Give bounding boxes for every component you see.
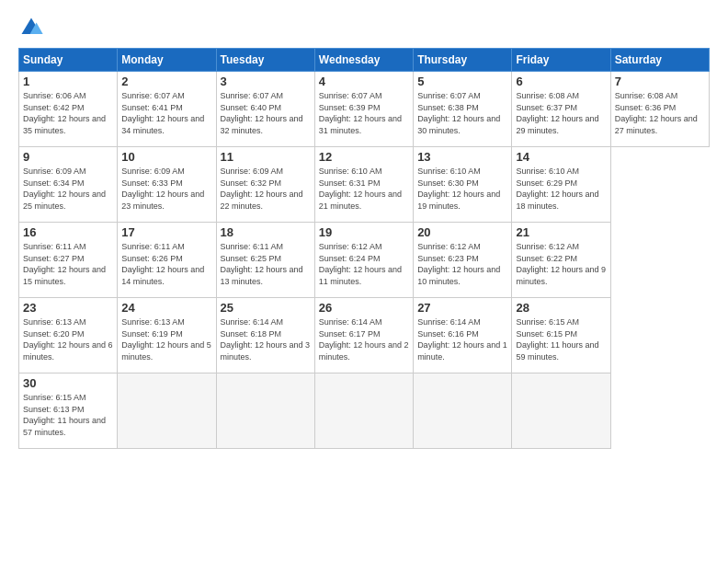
- calendar-cell: 2 Sunrise: 6:07 AMSunset: 6:41 PMDayligh…: [118, 72, 216, 147]
- day-info: Sunrise: 6:07 AMSunset: 6:41 PMDaylight:…: [121, 90, 211, 136]
- calendar-cell: [414, 373, 512, 449]
- day-info: Sunrise: 6:10 AMSunset: 6:29 PMDaylight:…: [516, 166, 606, 212]
- calendar-cell: [512, 373, 610, 449]
- calendar-cell: 30 Sunrise: 6:15 AMSunset: 6:13 PMDaylig…: [19, 373, 118, 449]
- calendar-cell: 7 Sunrise: 6:08 AMSunset: 6:36 PMDayligh…: [610, 72, 709, 147]
- calendar-cell: 26 Sunrise: 6:14 AMSunset: 6:17 PMDaylig…: [314, 298, 413, 373]
- calendar-cell: 18 Sunrise: 6:11 AMSunset: 6:25 PMDaylig…: [216, 223, 314, 298]
- day-number: 23: [23, 301, 113, 315]
- day-info: Sunrise: 6:15 AMSunset: 6:15 PMDaylight:…: [516, 316, 606, 362]
- day-number: 7: [615, 75, 705, 88]
- calendar-cell: 24 Sunrise: 6:13 AMSunset: 6:19 PMDaylig…: [118, 298, 216, 373]
- day-info: Sunrise: 6:07 AMSunset: 6:40 PMDaylight:…: [221, 90, 311, 136]
- calendar-cell: 13 Sunrise: 6:10 AMSunset: 6:30 PMDaylig…: [414, 147, 512, 223]
- day-number: 1: [23, 75, 113, 88]
- day-number: 4: [319, 75, 409, 88]
- calendar-cell: 27 Sunrise: 6:14 AMSunset: 6:16 PMDaylig…: [414, 298, 512, 373]
- day-number: 27: [417, 301, 507, 315]
- day-info: Sunrise: 6:13 AMSunset: 6:20 PMDaylight:…: [23, 316, 113, 362]
- day-info: Sunrise: 6:12 AMSunset: 6:22 PMDaylight:…: [516, 241, 606, 287]
- day-info: Sunrise: 6:15 AMSunset: 6:13 PMDaylight:…: [23, 392, 113, 438]
- day-info: Sunrise: 6:12 AMSunset: 6:24 PMDaylight:…: [319, 241, 409, 287]
- calendar-cell: 19 Sunrise: 6:12 AMSunset: 6:24 PMDaylig…: [314, 223, 413, 298]
- calendar-cell: 25 Sunrise: 6:14 AMSunset: 6:18 PMDaylig…: [216, 298, 314, 373]
- day-info: Sunrise: 6:08 AMSunset: 6:36 PMDaylight:…: [615, 90, 705, 136]
- day-info: Sunrise: 6:11 AMSunset: 6:25 PMDaylight:…: [221, 241, 311, 287]
- logo-icon: [18, 15, 44, 40]
- calendar-cell: 12 Sunrise: 6:10 AMSunset: 6:31 PMDaylig…: [314, 147, 413, 223]
- day-info: Sunrise: 6:14 AMSunset: 6:17 PMDaylight:…: [319, 316, 409, 362]
- dow-header: Friday: [512, 49, 610, 72]
- calendar-body: 1 Sunrise: 6:06 AMSunset: 6:42 PMDayligh…: [19, 72, 710, 449]
- calendar-week-row: 16 Sunrise: 6:11 AMSunset: 6:27 PMDaylig…: [19, 223, 710, 298]
- day-info: Sunrise: 6:06 AMSunset: 6:42 PMDaylight:…: [23, 90, 113, 136]
- calendar-cell: 28 Sunrise: 6:15 AMSunset: 6:15 PMDaylig…: [512, 298, 610, 373]
- calendar-table: SundayMondayTuesdayWednesdayThursdayFrid…: [18, 48, 710, 449]
- calendar-cell: 4 Sunrise: 6:07 AMSunset: 6:39 PMDayligh…: [314, 72, 413, 147]
- calendar-cell: 3 Sunrise: 6:07 AMSunset: 6:40 PMDayligh…: [216, 72, 314, 147]
- dow-header: Thursday: [414, 49, 512, 72]
- day-number: 20: [417, 225, 507, 239]
- day-info: Sunrise: 6:09 AMSunset: 6:33 PMDaylight:…: [121, 166, 211, 212]
- day-info: Sunrise: 6:08 AMSunset: 6:37 PMDaylight:…: [516, 90, 606, 136]
- calendar-cell: 14 Sunrise: 6:10 AMSunset: 6:29 PMDaylig…: [512, 147, 610, 223]
- day-number: 10: [121, 150, 211, 164]
- day-number: 26: [319, 301, 409, 315]
- day-number: 28: [516, 301, 606, 315]
- calendar-cell: 1 Sunrise: 6:06 AMSunset: 6:42 PMDayligh…: [19, 72, 118, 147]
- dow-header: Tuesday: [216, 49, 314, 72]
- day-number: 11: [221, 150, 311, 164]
- page: SundayMondayTuesdayWednesdayThursdayFrid…: [0, 0, 728, 563]
- day-info: Sunrise: 6:09 AMSunset: 6:34 PMDaylight:…: [23, 166, 113, 212]
- day-number: 25: [221, 301, 311, 315]
- calendar-cell: 6 Sunrise: 6:08 AMSunset: 6:37 PMDayligh…: [512, 72, 610, 147]
- day-info: Sunrise: 6:14 AMSunset: 6:18 PMDaylight:…: [221, 316, 311, 362]
- dow-header: Sunday: [19, 49, 118, 72]
- day-number: 14: [516, 150, 606, 164]
- day-number: 6: [516, 75, 606, 88]
- calendar-week-row: 1 Sunrise: 6:06 AMSunset: 6:42 PMDayligh…: [19, 72, 710, 147]
- day-info: Sunrise: 6:07 AMSunset: 6:38 PMDaylight:…: [417, 90, 507, 136]
- dow-header: Monday: [118, 49, 216, 72]
- day-number: 30: [23, 376, 113, 390]
- day-number: 19: [319, 225, 409, 239]
- calendar-cell: [118, 373, 216, 449]
- dow-header: Wednesday: [314, 49, 413, 72]
- calendar-cell: 20 Sunrise: 6:12 AMSunset: 6:23 PMDaylig…: [414, 223, 512, 298]
- day-number: 17: [121, 225, 211, 239]
- day-info: Sunrise: 6:14 AMSunset: 6:16 PMDaylight:…: [417, 316, 507, 362]
- day-info: Sunrise: 6:07 AMSunset: 6:39 PMDaylight:…: [319, 90, 409, 136]
- calendar-week-row: 23 Sunrise: 6:13 AMSunset: 6:20 PMDaylig…: [19, 298, 710, 373]
- day-info: Sunrise: 6:10 AMSunset: 6:31 PMDaylight:…: [319, 166, 409, 212]
- day-info: Sunrise: 6:11 AMSunset: 6:27 PMDaylight:…: [23, 241, 113, 287]
- day-number: 12: [319, 150, 409, 164]
- calendar-cell: [314, 373, 413, 449]
- day-info: Sunrise: 6:09 AMSunset: 6:32 PMDaylight:…: [221, 166, 311, 212]
- calendar-cell: 23 Sunrise: 6:13 AMSunset: 6:20 PMDaylig…: [19, 298, 118, 373]
- calendar-cell: 9 Sunrise: 6:09 AMSunset: 6:34 PMDayligh…: [19, 147, 118, 223]
- calendar-cell: 21 Sunrise: 6:12 AMSunset: 6:22 PMDaylig…: [512, 223, 610, 298]
- header: [18, 15, 710, 40]
- day-info: Sunrise: 6:10 AMSunset: 6:30 PMDaylight:…: [417, 166, 507, 212]
- calendar-week-row: 9 Sunrise: 6:09 AMSunset: 6:34 PMDayligh…: [19, 147, 710, 223]
- calendar-cell: 10 Sunrise: 6:09 AMSunset: 6:33 PMDaylig…: [118, 147, 216, 223]
- day-info: Sunrise: 6:12 AMSunset: 6:23 PMDaylight:…: [417, 241, 507, 287]
- day-number: 3: [221, 75, 311, 88]
- day-info: Sunrise: 6:11 AMSunset: 6:26 PMDaylight:…: [121, 241, 211, 287]
- calendar-cell: 16 Sunrise: 6:11 AMSunset: 6:27 PMDaylig…: [19, 223, 118, 298]
- calendar-cell: [216, 373, 314, 449]
- day-number: 18: [221, 225, 311, 239]
- day-number: 5: [417, 75, 507, 88]
- day-number: 9: [23, 150, 113, 164]
- days-of-week-row: SundayMondayTuesdayWednesdayThursdayFrid…: [19, 49, 710, 72]
- day-number: 21: [516, 225, 606, 239]
- day-info: Sunrise: 6:13 AMSunset: 6:19 PMDaylight:…: [121, 316, 211, 362]
- dow-header: Saturday: [610, 49, 709, 72]
- day-number: 16: [23, 225, 113, 239]
- calendar-week-row: 30 Sunrise: 6:15 AMSunset: 6:13 PMDaylig…: [19, 373, 710, 449]
- day-number: 13: [417, 150, 507, 164]
- day-number: 24: [121, 301, 211, 315]
- calendar-cell: 17 Sunrise: 6:11 AMSunset: 6:26 PMDaylig…: [118, 223, 216, 298]
- logo: [18, 15, 48, 40]
- day-number: 2: [121, 75, 211, 88]
